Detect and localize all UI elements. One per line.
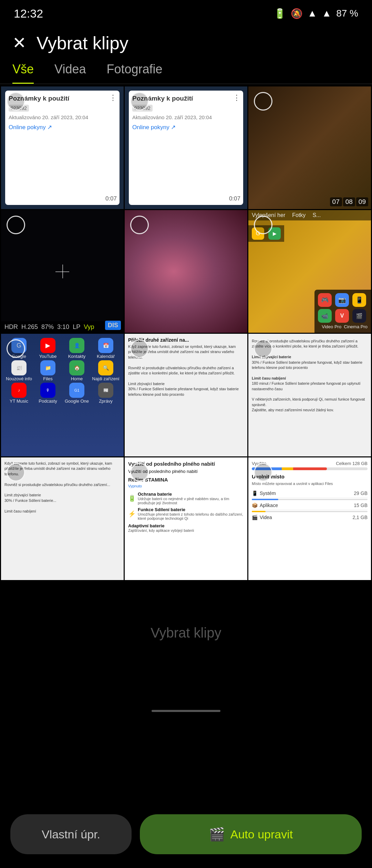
select-circle-3[interactable] [254,92,272,111]
meta-codec: H.265 [21,323,38,331]
status-bar: 12:32 🔋 🔕 ▲ ▲ 87 % [0,0,372,24]
empty-label: Vybrat klipy [151,625,221,641]
select-circle-2[interactable] [130,92,149,111]
status-icons: 🔋 🔕 ▲ ▲ 87 % [274,8,358,19]
select-circle-12[interactable] [254,463,272,482]
grid-item-dark-multi[interactable]: 07 08 09 [248,86,371,209]
select-circle-4[interactable] [7,216,25,234]
badge-07: 07 [330,197,342,206]
header: ✕ Vybrat klipy [0,24,372,59]
grid-item-blur-pink[interactable] [125,210,247,333]
card-link-1: Online pokyny ↗ [9,124,116,131]
tab-videa[interactable]: Videa [54,62,86,84]
close-button[interactable]: ✕ [12,35,26,51]
card-duration-2: 0:07 [229,195,240,202]
storage-total: Celkem 128 GB [336,461,368,466]
bottom-bar: Vlastní úpr. 🎬 Auto upravit [10,814,362,854]
select-circle-5[interactable] [130,216,149,234]
signal-icon: ▲ [322,8,331,19]
grid-item-storage-doc[interactable]: Využito Celkem 128 GB Uvolnit místo Míst… [248,457,371,580]
card-update-2: Aktualizováno 20. září 2023, 20:04 [132,114,240,120]
card-duration-1: 0:07 [105,195,117,202]
select-circle-9[interactable] [254,339,272,358]
meta-bat: 87% [41,323,54,331]
meta-hdr: HDR [4,323,18,331]
stamina-link: Vypnuto [128,484,244,488]
video-metadata: HDR H.265 87% 3:10 LP Vyp DIS [1,321,124,333]
grid-item-settings-doc[interactable]: Rovněž si prostudujte uživatelskou příru… [248,334,371,456]
meta-fps: 3:10 [57,323,69,331]
select-circle-7[interactable] [7,339,25,358]
grid-item-card-1[interactable]: Poznámky k použití 023092 Aktualizováno … [1,86,124,209]
grid-item-battery-doc[interactable]: Využití od posledního plného nabití Využ… [125,457,247,580]
battery-saver-icon: 🔋 [274,8,286,19]
tab-fotografie[interactable]: Fotografie [106,62,162,84]
badge-08: 08 [343,197,355,206]
tabs-bar: Vše Videa Fotografie [0,59,372,84]
grid-item-homescreen[interactable]: GGoogle ▶YouTube 👤Kontakty 📅Kalendář 📰No… [1,334,124,456]
auto-edit-icon: 🎬 [209,827,225,842]
custom-edit-button[interactable]: Vlastní úpr. [10,814,132,854]
grid-item-text-doc[interactable]: Přiložit druhé zařízení na... Když zapne… [125,334,247,456]
select-circle-6[interactable] [254,216,272,234]
tab-vse[interactable]: Vše [12,62,34,84]
meta-mik: Vyp [84,323,94,331]
meta-lp: LP [73,323,80,331]
grid-item-text-doc2[interactable]: Když zapnete tuto funkci, zobrazí se sym… [1,457,124,580]
page-title: Vybrat klipy [37,33,128,53]
badge-09: 09 [356,197,368,206]
auto-edit-label: Auto upravit [230,828,293,841]
wifi-icon: ▲ [308,8,317,19]
home-indicator [152,710,220,712]
dis-badge: DIS [105,321,121,330]
auto-edit-button[interactable]: 🎬 Auto upravit [140,814,362,854]
card-update-1: Aktualizováno 20. září 2023, 20:04 [9,114,116,120]
status-time: 12:32 [14,7,43,20]
multi-badge: 07 08 09 [330,197,368,206]
select-circle-8[interactable] [130,339,149,358]
select-circle-10[interactable] [7,463,25,482]
battery-percent: 87 % [336,8,358,19]
notifications-off-icon: 🔕 [291,8,303,19]
card-more-1[interactable]: ⋮ [109,93,117,102]
home-indicator-area [0,684,372,719]
grid-item-card-2[interactable]: Poznámky k použití 023092 Aktualizováno … [125,86,247,209]
card-more-2[interactable]: ⋮ [233,93,240,102]
card-link-2: Online pokyny ↗ [132,124,240,131]
grid-item-apps-overlay[interactable]: 🎮 📷 📱 📹 V 🎬 Video Pro Cinema Pro Vylepše… [248,210,371,333]
crosshair-icon [55,265,69,278]
select-circle-1[interactable] [7,92,25,111]
media-grid: Poznámky k použití 023092 Aktualizováno … [0,85,372,581]
select-circle-11[interactable] [130,463,149,482]
empty-area: Vybrat klipy [0,581,372,684]
grid-item-dark-cross[interactable]: HDR H.265 87% 3:10 LP Vyp DIS [1,210,124,333]
